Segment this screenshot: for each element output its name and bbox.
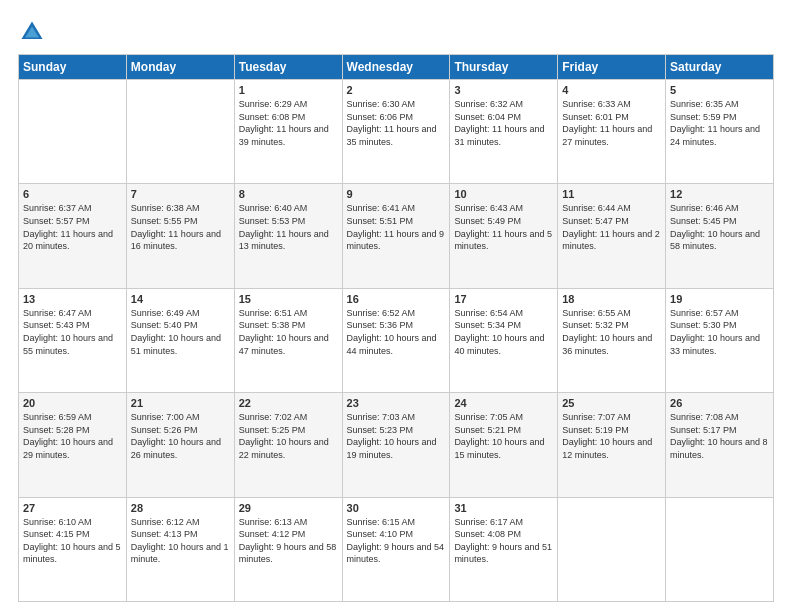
calendar-cell: 14 Sunrise: 6:49 AMSunset: 5:40 PMDaylig… bbox=[126, 288, 234, 392]
calendar-week-2: 6 Sunrise: 6:37 AMSunset: 5:57 PMDayligh… bbox=[19, 184, 774, 288]
cell-info: Sunrise: 7:08 AMSunset: 5:17 PMDaylight:… bbox=[670, 411, 769, 461]
day-number: 25 bbox=[562, 397, 661, 409]
cell-info: Sunrise: 6:13 AMSunset: 4:12 PMDaylight:… bbox=[239, 516, 338, 566]
calendar-cell bbox=[19, 80, 127, 184]
day-number: 18 bbox=[562, 293, 661, 305]
day-number: 23 bbox=[347, 397, 446, 409]
calendar-week-4: 20 Sunrise: 6:59 AMSunset: 5:28 PMDaylig… bbox=[19, 393, 774, 497]
cell-info: Sunrise: 7:00 AMSunset: 5:26 PMDaylight:… bbox=[131, 411, 230, 461]
calendar-cell: 8 Sunrise: 6:40 AMSunset: 5:53 PMDayligh… bbox=[234, 184, 342, 288]
cell-info: Sunrise: 6:33 AMSunset: 6:01 PMDaylight:… bbox=[562, 98, 661, 148]
column-header-thursday: Thursday bbox=[450, 55, 558, 80]
calendar-cell: 15 Sunrise: 6:51 AMSunset: 5:38 PMDaylig… bbox=[234, 288, 342, 392]
cell-info: Sunrise: 7:02 AMSunset: 5:25 PMDaylight:… bbox=[239, 411, 338, 461]
column-header-monday: Monday bbox=[126, 55, 234, 80]
calendar-cell: 26 Sunrise: 7:08 AMSunset: 5:17 PMDaylig… bbox=[666, 393, 774, 497]
day-number: 6 bbox=[23, 188, 122, 200]
day-number: 5 bbox=[670, 84, 769, 96]
calendar-cell: 10 Sunrise: 6:43 AMSunset: 5:49 PMDaylig… bbox=[450, 184, 558, 288]
cell-info: Sunrise: 6:54 AMSunset: 5:34 PMDaylight:… bbox=[454, 307, 553, 357]
day-number: 8 bbox=[239, 188, 338, 200]
day-number: 31 bbox=[454, 502, 553, 514]
cell-info: Sunrise: 6:37 AMSunset: 5:57 PMDaylight:… bbox=[23, 202, 122, 252]
cell-info: Sunrise: 7:03 AMSunset: 5:23 PMDaylight:… bbox=[347, 411, 446, 461]
cell-info: Sunrise: 6:29 AMSunset: 6:08 PMDaylight:… bbox=[239, 98, 338, 148]
day-number: 15 bbox=[239, 293, 338, 305]
day-number: 2 bbox=[347, 84, 446, 96]
logo-icon bbox=[18, 18, 46, 46]
logo bbox=[18, 18, 48, 46]
cell-info: Sunrise: 7:05 AMSunset: 5:21 PMDaylight:… bbox=[454, 411, 553, 461]
day-number: 1 bbox=[239, 84, 338, 96]
calendar-header-row: SundayMondayTuesdayWednesdayThursdayFrid… bbox=[19, 55, 774, 80]
cell-info: Sunrise: 6:41 AMSunset: 5:51 PMDaylight:… bbox=[347, 202, 446, 252]
calendar-cell: 20 Sunrise: 6:59 AMSunset: 5:28 PMDaylig… bbox=[19, 393, 127, 497]
cell-info: Sunrise: 6:46 AMSunset: 5:45 PMDaylight:… bbox=[670, 202, 769, 252]
calendar-cell: 9 Sunrise: 6:41 AMSunset: 5:51 PMDayligh… bbox=[342, 184, 450, 288]
calendar-cell: 27 Sunrise: 6:10 AMSunset: 4:15 PMDaylig… bbox=[19, 497, 127, 601]
column-header-sunday: Sunday bbox=[19, 55, 127, 80]
cell-info: Sunrise: 6:59 AMSunset: 5:28 PMDaylight:… bbox=[23, 411, 122, 461]
calendar-week-1: 1 Sunrise: 6:29 AMSunset: 6:08 PMDayligh… bbox=[19, 80, 774, 184]
header bbox=[18, 18, 774, 46]
cell-info: Sunrise: 6:44 AMSunset: 5:47 PMDaylight:… bbox=[562, 202, 661, 252]
calendar-cell: 25 Sunrise: 7:07 AMSunset: 5:19 PMDaylig… bbox=[558, 393, 666, 497]
day-number: 13 bbox=[23, 293, 122, 305]
day-number: 4 bbox=[562, 84, 661, 96]
calendar-cell: 29 Sunrise: 6:13 AMSunset: 4:12 PMDaylig… bbox=[234, 497, 342, 601]
day-number: 17 bbox=[454, 293, 553, 305]
calendar-cell: 19 Sunrise: 6:57 AMSunset: 5:30 PMDaylig… bbox=[666, 288, 774, 392]
cell-info: Sunrise: 7:07 AMSunset: 5:19 PMDaylight:… bbox=[562, 411, 661, 461]
cell-info: Sunrise: 6:40 AMSunset: 5:53 PMDaylight:… bbox=[239, 202, 338, 252]
calendar-cell: 11 Sunrise: 6:44 AMSunset: 5:47 PMDaylig… bbox=[558, 184, 666, 288]
page: SundayMondayTuesdayWednesdayThursdayFrid… bbox=[0, 0, 792, 612]
cell-info: Sunrise: 6:47 AMSunset: 5:43 PMDaylight:… bbox=[23, 307, 122, 357]
day-number: 27 bbox=[23, 502, 122, 514]
day-number: 16 bbox=[347, 293, 446, 305]
calendar-cell: 22 Sunrise: 7:02 AMSunset: 5:25 PMDaylig… bbox=[234, 393, 342, 497]
calendar-cell: 7 Sunrise: 6:38 AMSunset: 5:55 PMDayligh… bbox=[126, 184, 234, 288]
calendar-cell: 3 Sunrise: 6:32 AMSunset: 6:04 PMDayligh… bbox=[450, 80, 558, 184]
calendar-cell: 2 Sunrise: 6:30 AMSunset: 6:06 PMDayligh… bbox=[342, 80, 450, 184]
day-number: 7 bbox=[131, 188, 230, 200]
calendar-cell: 1 Sunrise: 6:29 AMSunset: 6:08 PMDayligh… bbox=[234, 80, 342, 184]
cell-info: Sunrise: 6:15 AMSunset: 4:10 PMDaylight:… bbox=[347, 516, 446, 566]
calendar-cell: 18 Sunrise: 6:55 AMSunset: 5:32 PMDaylig… bbox=[558, 288, 666, 392]
calendar-cell: 12 Sunrise: 6:46 AMSunset: 5:45 PMDaylig… bbox=[666, 184, 774, 288]
column-header-friday: Friday bbox=[558, 55, 666, 80]
calendar-cell: 31 Sunrise: 6:17 AMSunset: 4:08 PMDaylig… bbox=[450, 497, 558, 601]
calendar-cell bbox=[558, 497, 666, 601]
cell-info: Sunrise: 6:17 AMSunset: 4:08 PMDaylight:… bbox=[454, 516, 553, 566]
column-header-tuesday: Tuesday bbox=[234, 55, 342, 80]
calendar-cell: 6 Sunrise: 6:37 AMSunset: 5:57 PMDayligh… bbox=[19, 184, 127, 288]
calendar-table: SundayMondayTuesdayWednesdayThursdayFrid… bbox=[18, 54, 774, 602]
calendar-cell: 30 Sunrise: 6:15 AMSunset: 4:10 PMDaylig… bbox=[342, 497, 450, 601]
day-number: 11 bbox=[562, 188, 661, 200]
calendar-cell bbox=[666, 497, 774, 601]
day-number: 3 bbox=[454, 84, 553, 96]
day-number: 21 bbox=[131, 397, 230, 409]
day-number: 19 bbox=[670, 293, 769, 305]
day-number: 9 bbox=[347, 188, 446, 200]
calendar-cell: 24 Sunrise: 7:05 AMSunset: 5:21 PMDaylig… bbox=[450, 393, 558, 497]
day-number: 22 bbox=[239, 397, 338, 409]
day-number: 29 bbox=[239, 502, 338, 514]
day-number: 28 bbox=[131, 502, 230, 514]
day-number: 26 bbox=[670, 397, 769, 409]
calendar-cell bbox=[126, 80, 234, 184]
calendar-cell: 5 Sunrise: 6:35 AMSunset: 5:59 PMDayligh… bbox=[666, 80, 774, 184]
calendar-cell: 17 Sunrise: 6:54 AMSunset: 5:34 PMDaylig… bbox=[450, 288, 558, 392]
cell-info: Sunrise: 6:55 AMSunset: 5:32 PMDaylight:… bbox=[562, 307, 661, 357]
cell-info: Sunrise: 6:51 AMSunset: 5:38 PMDaylight:… bbox=[239, 307, 338, 357]
calendar-cell: 28 Sunrise: 6:12 AMSunset: 4:13 PMDaylig… bbox=[126, 497, 234, 601]
day-number: 30 bbox=[347, 502, 446, 514]
calendar-cell: 13 Sunrise: 6:47 AMSunset: 5:43 PMDaylig… bbox=[19, 288, 127, 392]
cell-info: Sunrise: 6:43 AMSunset: 5:49 PMDaylight:… bbox=[454, 202, 553, 252]
cell-info: Sunrise: 6:52 AMSunset: 5:36 PMDaylight:… bbox=[347, 307, 446, 357]
cell-info: Sunrise: 6:57 AMSunset: 5:30 PMDaylight:… bbox=[670, 307, 769, 357]
cell-info: Sunrise: 6:12 AMSunset: 4:13 PMDaylight:… bbox=[131, 516, 230, 566]
day-number: 24 bbox=[454, 397, 553, 409]
calendar-cell: 21 Sunrise: 7:00 AMSunset: 5:26 PMDaylig… bbox=[126, 393, 234, 497]
cell-info: Sunrise: 6:10 AMSunset: 4:15 PMDaylight:… bbox=[23, 516, 122, 566]
day-number: 20 bbox=[23, 397, 122, 409]
